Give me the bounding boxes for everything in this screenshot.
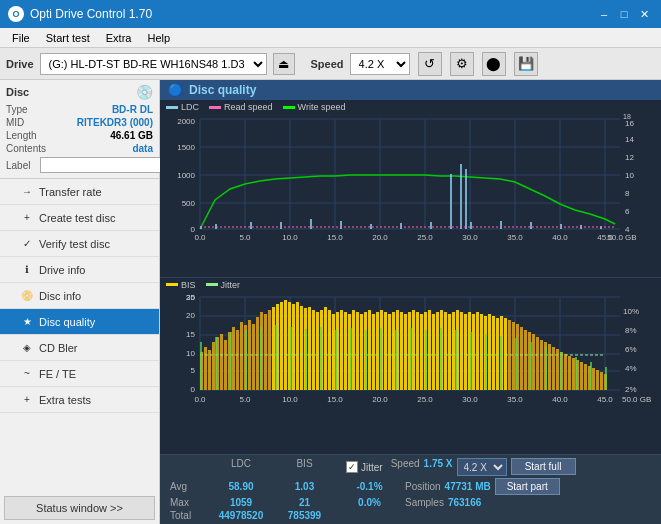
svg-rect-209: [320, 327, 322, 390]
drive-bar: Drive (G:) HL-DT-ST BD-RE WH16NS48 1.D3 …: [0, 48, 661, 80]
svg-rect-50: [460, 164, 462, 229]
svg-text:50.0 GB: 50.0 GB: [607, 233, 636, 242]
sidebar-item-create-test-disc[interactable]: + Create test disc: [0, 205, 159, 231]
total-ldc: 44978520: [205, 510, 277, 521]
svg-rect-0: [160, 114, 661, 244]
sidebar-item-disc-quality[interactable]: ★ Disc quality: [0, 309, 159, 335]
svg-rect-141: [372, 314, 375, 390]
save-button[interactable]: 💾: [514, 52, 538, 76]
svg-rect-191: [572, 358, 575, 390]
svg-rect-157: [436, 312, 439, 390]
app-title: Opti Drive Control 1.70: [30, 7, 152, 21]
svg-text:20: 20: [186, 311, 195, 320]
sidebar-item-disc-info[interactable]: 📀 Disc info: [0, 283, 159, 309]
svg-rect-185: [548, 344, 551, 390]
svg-rect-189: [564, 354, 567, 390]
status-window-button[interactable]: Status window >>: [4, 496, 155, 520]
svg-rect-54: [530, 222, 532, 229]
disc-contents-value: data: [132, 143, 153, 154]
jitter-checkbox[interactable]: ✓: [346, 461, 358, 473]
minimize-button[interactable]: –: [595, 5, 613, 23]
svg-rect-208: [305, 329, 307, 390]
svg-text:20.0: 20.0: [372, 395, 388, 404]
svg-rect-53: [500, 221, 502, 229]
svg-rect-100: [208, 350, 211, 390]
svg-rect-170: [488, 314, 491, 390]
svg-rect-42: [250, 222, 252, 229]
svg-rect-221: [500, 336, 502, 390]
svg-rect-145: [388, 314, 391, 390]
svg-text:15.0: 15.0: [327, 233, 343, 242]
svg-rect-220: [485, 334, 487, 390]
svg-rect-137: [356, 312, 359, 390]
svg-rect-166: [472, 314, 475, 390]
start-full-button[interactable]: Start full: [511, 458, 576, 475]
disc-label-input[interactable]: [40, 157, 173, 173]
svg-rect-168: [480, 314, 483, 390]
svg-rect-104: [224, 340, 227, 390]
jitter-check[interactable]: ✓ Jitter: [346, 458, 383, 476]
record-button[interactable]: ⬤: [482, 52, 506, 76]
sidebar-item-fe-te[interactable]: ~ FE / TE: [0, 361, 159, 387]
disc-length-label: Length: [6, 130, 61, 141]
samples-label: Samples: [405, 497, 444, 508]
svg-rect-152: [416, 312, 419, 390]
speed-label-stats: Speed: [391, 458, 420, 476]
sidebar-item-cd-bler[interactable]: ◈ CD Bler: [0, 335, 159, 361]
drive-label: Drive: [6, 58, 34, 70]
svg-rect-215: [410, 328, 412, 390]
drive-select[interactable]: (G:) HL-DT-ST BD-RE WH16NS48 1.D3: [40, 53, 267, 75]
sidebar-item-drive-info[interactable]: ℹ Drive info: [0, 257, 159, 283]
action-buttons: Start full: [511, 458, 576, 476]
svg-text:8%: 8%: [625, 326, 637, 335]
sidebar-item-transfer-rate[interactable]: → Transfer rate: [0, 179, 159, 205]
eject-button[interactable]: ⏏: [273, 53, 295, 75]
speed-select-stats[interactable]: 4.2 X: [457, 458, 507, 476]
svg-rect-153: [420, 314, 423, 390]
disc-type-label: Type: [6, 104, 61, 115]
menu-help[interactable]: Help: [139, 30, 178, 46]
svg-rect-148: [400, 312, 403, 390]
max-ldc: 1059: [205, 497, 277, 508]
svg-text:2%: 2%: [625, 385, 637, 394]
svg-rect-146: [392, 312, 395, 390]
svg-rect-163: [460, 312, 463, 390]
svg-text:15: 15: [186, 330, 195, 339]
stats-col-header-empty: [170, 458, 205, 476]
samples-value: 763166: [448, 497, 481, 508]
svg-rect-138: [360, 314, 363, 390]
svg-rect-129: [324, 307, 327, 390]
svg-rect-207: [290, 327, 292, 390]
avg-label: Avg: [170, 481, 205, 492]
sidebar-item-verify-test-disc-label: Verify test disc: [39, 238, 110, 250]
start-part-button[interactable]: Start part: [495, 478, 560, 495]
title-bar: O Opti Drive Control 1.70 – □ ✕: [0, 0, 661, 28]
svg-rect-223: [530, 342, 532, 390]
svg-rect-206: [275, 325, 277, 390]
svg-rect-212: [365, 330, 367, 390]
speed-select[interactable]: 4.2 X: [350, 53, 410, 75]
sidebar-item-transfer-rate-label: Transfer rate: [39, 186, 102, 198]
jitter-label: Jitter: [361, 462, 383, 473]
menu-extra[interactable]: Extra: [98, 30, 140, 46]
svg-text:10: 10: [625, 171, 634, 180]
disc-panel: Disc 💿 Type BD-R DL MID RITEKDR3 (000) L…: [0, 80, 159, 179]
avg-bis: 1.03: [277, 481, 332, 492]
svg-rect-160: [448, 314, 451, 390]
sidebar-item-extra-tests[interactable]: + Extra tests: [0, 387, 159, 413]
close-button[interactable]: ✕: [635, 5, 653, 23]
menu-file[interactable]: File: [4, 30, 38, 46]
svg-text:35.0: 35.0: [507, 395, 523, 404]
maximize-button[interactable]: □: [615, 5, 633, 23]
svg-rect-115: [268, 310, 271, 390]
settings-button[interactable]: ⚙: [450, 52, 474, 76]
svg-rect-125: [308, 307, 311, 390]
svg-rect-156: [432, 314, 435, 390]
refresh-button[interactable]: ↺: [418, 52, 442, 76]
svg-rect-211: [350, 328, 352, 390]
menu-start-test[interactable]: Start test: [38, 30, 98, 46]
svg-text:1000: 1000: [177, 171, 195, 180]
avg-ldc: 58.90: [205, 481, 277, 492]
sidebar-item-verify-test-disc[interactable]: ✓ Verify test disc: [0, 231, 159, 257]
svg-rect-107: [236, 330, 239, 390]
